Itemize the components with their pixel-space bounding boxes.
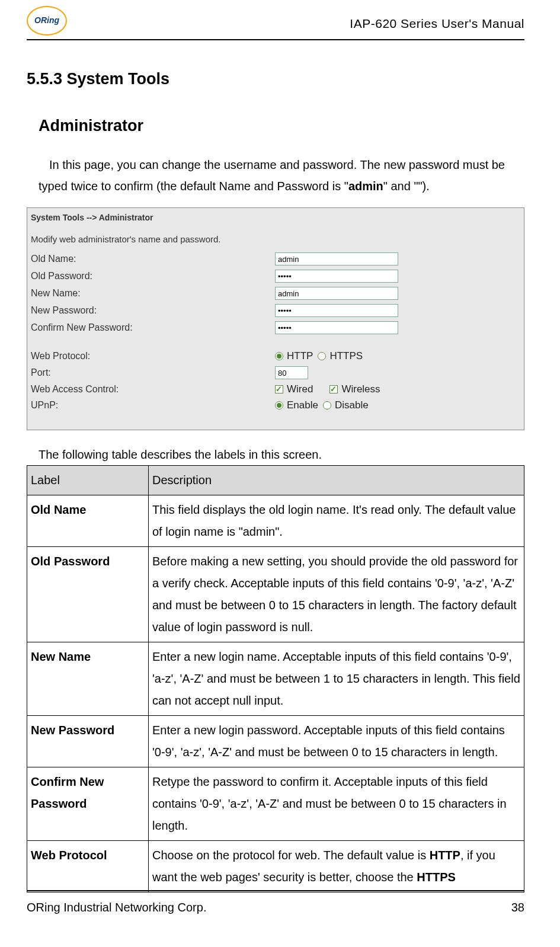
confirm-password-input[interactable] xyxy=(275,321,398,334)
th-desc: Description xyxy=(149,466,524,495)
wired-label: Wired xyxy=(287,383,313,395)
page-header: ORing IAP-620 Series User's Manual xyxy=(27,6,524,40)
desc-prefix: Choose on the protocol for web. The defa… xyxy=(152,849,430,862)
table-row: New Name Enter a new login name. Accepta… xyxy=(27,642,524,716)
screenshot-description: Modify web administrator's name and pass… xyxy=(31,234,520,244)
port-label: Port: xyxy=(31,367,275,378)
https-radio[interactable] xyxy=(318,352,326,360)
table-row: Old Password Before making a new setting… xyxy=(27,547,524,642)
row-label: New Name xyxy=(27,642,149,716)
row-desc: Enter a new login name. Acceptable input… xyxy=(149,642,524,716)
enable-label: Enable xyxy=(287,399,318,411)
table-row: Confirm New Password Retype the password… xyxy=(27,767,524,841)
intro-suffix: " and ""). xyxy=(383,180,430,193)
row-desc: This field displays the old login name. … xyxy=(149,495,524,547)
row-web-protocol: Web Protocol: HTTP HTTPS xyxy=(31,350,520,362)
table-row: Old Name This field displays the old log… xyxy=(27,495,524,547)
oring-logo: ORing xyxy=(27,6,67,36)
page-footer: ORing Industrial Networking Corp. 38 xyxy=(27,890,524,914)
row-confirm-password: Confirm New Password: xyxy=(31,321,520,334)
http-radio[interactable] xyxy=(275,352,283,360)
table-row: Web Protocol Choose on the protocol for … xyxy=(27,841,524,892)
old-password-label: Old Password: xyxy=(31,271,275,281)
admin-screenshot: System Tools --> Administrator Modify we… xyxy=(27,207,524,430)
wired-checkbox[interactable] xyxy=(275,385,283,393)
manual-title: IAP-620 Series User's Manual xyxy=(350,11,524,31)
disable-radio[interactable] xyxy=(323,401,331,409)
row-label: Confirm New Password xyxy=(27,767,149,841)
new-password-input[interactable] xyxy=(275,304,398,317)
wireless-checkbox[interactable] xyxy=(329,385,338,393)
upnp-label: UPnP: xyxy=(31,400,275,411)
section-heading: 5.5.3 System Tools xyxy=(27,70,524,88)
row-new-name: New Name: xyxy=(31,287,520,300)
new-name-label: New Name: xyxy=(31,288,275,299)
new-name-input[interactable] xyxy=(275,287,398,300)
http-label: HTTP xyxy=(287,350,313,362)
port-input[interactable] xyxy=(275,366,308,379)
wireless-label: Wireless xyxy=(341,383,380,395)
logo-text: ORing xyxy=(34,15,59,25)
footer-company: ORing Industrial Networking Corp. xyxy=(27,901,206,914)
screenshot-breadcrumb: System Tools --> Administrator xyxy=(27,208,524,226)
row-old-password: Old Password: xyxy=(31,270,520,283)
old-name-input[interactable] xyxy=(275,252,398,265)
row-label: Web Protocol xyxy=(27,841,149,892)
confirm-password-label: Confirm New Password: xyxy=(31,322,275,333)
desc-bold: HTTP xyxy=(430,849,460,862)
description-table: Label Description Old Name This field di… xyxy=(27,465,524,892)
web-access-label: Web Access Control: xyxy=(31,384,275,395)
row-desc: Retype the password to confirm it. Accep… xyxy=(149,767,524,841)
row-desc: Choose on the protocol for web. The defa… xyxy=(149,841,524,892)
row-old-name: Old Name: xyxy=(31,252,520,265)
sub-heading: Administrator xyxy=(39,117,524,135)
intro-prefix: In this page, you can change the usernam… xyxy=(39,158,505,193)
row-desc: Before making a new setting, you should … xyxy=(149,547,524,642)
row-label: New Password xyxy=(27,716,149,767)
disable-label: Disable xyxy=(335,399,369,411)
intro-paragraph: In this page, you can change the usernam… xyxy=(39,154,524,197)
page-number: 38 xyxy=(511,901,524,914)
old-name-label: Old Name: xyxy=(31,254,275,264)
desc-bold: HTTPS xyxy=(417,871,456,884)
enable-radio[interactable] xyxy=(275,401,283,409)
row-label: Old Name xyxy=(27,495,149,547)
web-protocol-label: Web Protocol: xyxy=(31,351,275,361)
table-header-row: Label Description xyxy=(27,466,524,495)
th-label: Label xyxy=(27,466,149,495)
row-upnp: UPnP: Enable Disable xyxy=(31,399,520,411)
row-desc: Enter a new login password. Acceptable i… xyxy=(149,716,524,767)
row-web-access: Web Access Control: Wired Wireless xyxy=(31,383,520,395)
intro-bold: admin xyxy=(348,180,383,193)
table-caption: The following table describes the labels… xyxy=(39,448,524,462)
old-password-input[interactable] xyxy=(275,270,398,283)
table-row: New Password Enter a new login password.… xyxy=(27,716,524,767)
row-new-password: New Password: xyxy=(31,304,520,317)
row-label: Old Password xyxy=(27,547,149,642)
https-label: HTTPS xyxy=(329,350,363,362)
row-port: Port: xyxy=(31,366,520,379)
new-password-label: New Password: xyxy=(31,305,275,316)
